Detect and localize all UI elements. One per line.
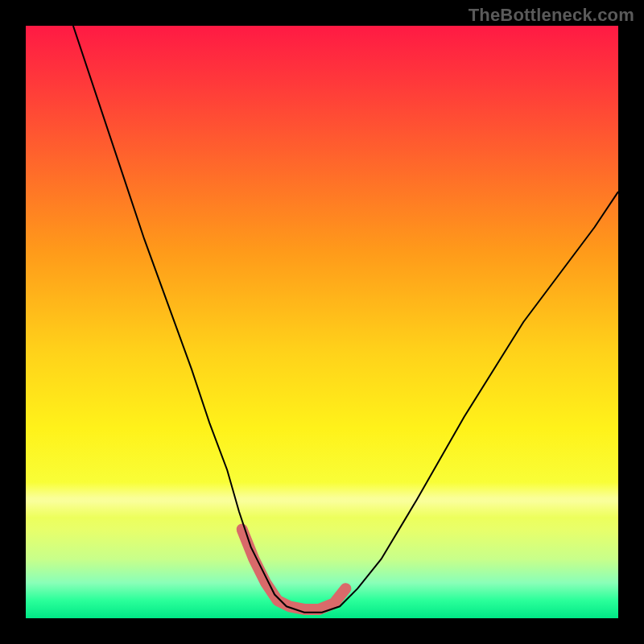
- curve-path: [73, 26, 618, 613]
- highlight-path: [242, 530, 346, 609]
- watermark-text: TheBottleneck.com: [469, 5, 634, 26]
- plot-area: [26, 26, 618, 618]
- chart-frame: TheBottleneck.com: [0, 0, 644, 644]
- curve-svg: [26, 26, 618, 618]
